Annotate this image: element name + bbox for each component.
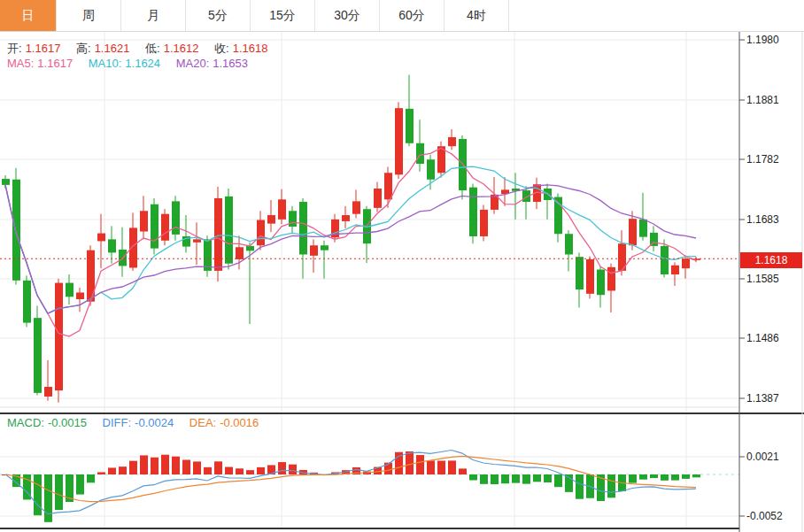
price-tick-6: 1.1486 [746, 332, 801, 344]
close-value: 1.1618 [233, 42, 268, 55]
high-value: 1.1621 [95, 42, 130, 55]
high-label: 高: [76, 42, 91, 55]
price-tick-1: 1.1980 [746, 34, 801, 46]
price-macd-chart[interactable] [0, 0, 804, 532]
open-label: 开: [7, 42, 22, 55]
open-value: 1.1617 [26, 42, 61, 55]
tab-60min[interactable]: 60分 [380, 0, 445, 31]
diff-value: -0.0024 [135, 416, 174, 429]
price-tick-7: 1.1387 [746, 392, 801, 405]
current-price-tag: 1.1618 [740, 252, 802, 268]
tab-week[interactable]: 周 [57, 0, 121, 31]
macd-tick-2: -0.0052 [746, 510, 801, 522]
diff-label: DIFF: [103, 416, 132, 429]
close-label: 收: [214, 42, 229, 55]
ma20-label: MA20: [176, 57, 210, 70]
tab-day[interactable]: 日 [0, 0, 57, 31]
tab-15min[interactable]: 15分 [251, 0, 315, 31]
ma5-value: 1.1617 [37, 57, 73, 70]
macd-tick-1: 0.0021 [746, 451, 801, 463]
ma10-label: MA10: [89, 57, 122, 70]
ma-legend: MA5:1.1617 MA10:1.1624 MA20:1.1653 [7, 57, 251, 70]
tab-5min[interactable]: 5分 [186, 0, 251, 31]
price-tick-4: 1.1683 [746, 213, 801, 226]
forex-candlestick-app: 日 周 月 5分 15分 30分 60分 4时 开:1.1617 高:1.162… [0, 0, 804, 532]
ohlc-legend: 开:1.1617 高:1.1621 低:1.1612 收:1.1618 [7, 41, 271, 57]
ma5-label: MA5: [7, 57, 34, 70]
tab-30min[interactable]: 30分 [315, 0, 380, 31]
macd-value: -0.0015 [48, 416, 87, 429]
low-value: 1.1612 [164, 42, 199, 55]
tab-month[interactable]: 月 [121, 0, 186, 31]
price-tick-3: 1.1782 [746, 153, 801, 166]
macd-label: MACD: [7, 416, 44, 429]
low-label: 低: [145, 42, 160, 55]
timeframe-tabbar: 日 周 月 5分 15分 30分 60分 4时 [0, 0, 804, 32]
price-tick-5: 1.1585 [746, 273, 801, 285]
tab-4hour[interactable]: 4时 [445, 0, 509, 31]
macd-legend: MACD:-0.0015 DIFF:-0.0024 DEA:-0.0016 [7, 416, 262, 429]
price-tick-2: 1.1881 [746, 94, 801, 106]
dea-label: DEA: [189, 416, 216, 429]
ma10-value: 1.1624 [125, 57, 160, 70]
ma20-value: 1.1653 [213, 57, 248, 70]
dea-value: -0.0016 [220, 416, 259, 429]
